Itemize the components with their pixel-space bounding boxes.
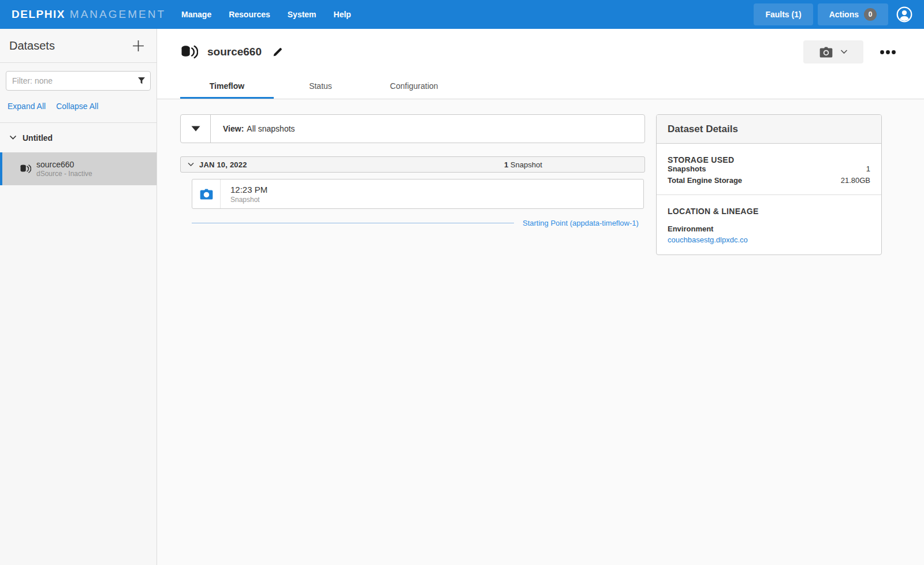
- nav-item-system[interactable]: System: [279, 0, 325, 29]
- edit-pencil-icon: [272, 47, 283, 58]
- details-column: Dataset Details STORAGE USED Snapshots 1…: [656, 114, 882, 255]
- page: DELPHIX MANAGEMENT Manage Resources Syst…: [0, 0, 924, 565]
- brand-primary: DELPHIX: [12, 8, 65, 21]
- view-dropdown[interactable]: View: All snapshots: [180, 114, 645, 143]
- detail-label: Total Engine Storage: [668, 176, 742, 185]
- body: Datasets Expand All Collapse All: [0, 29, 924, 565]
- detail-value: 1: [866, 164, 870, 173]
- actions-button[interactable]: Actions 0: [818, 3, 888, 25]
- chevron-down-icon: [188, 162, 194, 167]
- snapshot-group-header[interactable]: JAN 10, 2022 1 Snapshot: [180, 156, 645, 173]
- top-navbar: DELPHIX MANAGEMENT Manage Resources Syst…: [0, 0, 924, 29]
- view-text: View: All snapshots: [211, 115, 295, 143]
- snapshot-info: 12:23 PM Snapshot: [221, 179, 267, 208]
- environment-link[interactable]: couchbasestg.dlpxdc.co: [668, 235, 748, 244]
- sidebar-group-untitled[interactable]: Untitled: [0, 122, 157, 152]
- camera-icon: [819, 47, 833, 58]
- location-lineage-heading: LOCATION & LINEAGE: [668, 207, 870, 216]
- snapshot-type: Snapshot: [230, 196, 267, 204]
- edit-name-button[interactable]: [271, 46, 284, 59]
- sidebar-item-text: source660 dSource - Inactive: [36, 160, 92, 178]
- tabs: Timeflow Status Configuration: [180, 76, 901, 99]
- page-title: source660: [207, 46, 262, 58]
- dataset-details-title: Dataset Details: [657, 115, 881, 144]
- tab-status[interactable]: Status: [274, 76, 367, 99]
- header-actions: [803, 40, 901, 63]
- tab-timeflow[interactable]: Timeflow: [180, 76, 274, 99]
- datasets-sidebar: Datasets Expand All Collapse All: [0, 29, 157, 565]
- snapshot-group-date: JAN 10, 2022: [199, 160, 247, 169]
- starting-point-link[interactable]: Starting Point (appdata-timeflow-1): [523, 219, 639, 227]
- main-header: source660: [157, 29, 924, 99]
- dsource-icon: [180, 44, 198, 59]
- brand-secondary: MANAGEMENT: [70, 8, 166, 21]
- expand-all-link[interactable]: Expand All: [8, 102, 46, 111]
- timeline-line: [192, 223, 514, 223]
- top-nav: Manage Resources System Help: [173, 0, 360, 29]
- location-lineage-section: LOCATION & LINEAGE Environment couchbase…: [657, 194, 881, 255]
- dropdown-triangle-icon: [191, 126, 200, 132]
- filter-funnel-icon: [137, 77, 146, 85]
- user-avatar-button[interactable]: [896, 6, 912, 23]
- sidebar-header: Datasets: [0, 29, 157, 63]
- main-content: source660: [157, 29, 924, 565]
- actions-count-badge: 0: [864, 8, 877, 21]
- chevron-down-icon: [840, 50, 848, 54]
- dsource-icon: [20, 164, 31, 174]
- detail-row-total-storage: Total Engine Storage 21.80GB: [668, 176, 870, 185]
- detail-label: Snapshots: [668, 164, 706, 173]
- timeline-row: Starting Point (appdata-timeflow-1): [192, 219, 645, 227]
- topbar-right: Faults (1) Actions 0: [749, 3, 915, 25]
- view-value: All snapshots: [247, 124, 295, 133]
- environment-label: Environment: [668, 224, 870, 233]
- storage-used-section: STORAGE USED Snapshots 1 Total Engine St…: [657, 144, 881, 194]
- timeflow-column: View: All snapshots JAN 10, 2022 1 Snaps…: [180, 114, 645, 227]
- filter-input[interactable]: [6, 71, 151, 91]
- collapse-all-link[interactable]: Collapse All: [56, 102, 98, 111]
- view-dropdown-toggle[interactable]: [181, 115, 211, 143]
- detail-value: 21.80GB: [841, 176, 870, 185]
- sidebar-filter: [6, 71, 151, 91]
- tab-configuration[interactable]: Configuration: [367, 76, 461, 99]
- camera-icon: [200, 189, 213, 200]
- more-options-button[interactable]: [877, 47, 899, 57]
- snapshot-icon-cell: [192, 179, 221, 208]
- actions-button-label: Actions: [829, 10, 859, 19]
- snapshot-group-count: 1 Snapshot: [504, 160, 542, 169]
- storage-used-heading: STORAGE USED: [668, 155, 870, 164]
- sidebar-title: Datasets: [9, 39, 55, 53]
- view-label: View:: [223, 124, 244, 133]
- snapshot-row[interactable]: 12:23 PM Snapshot: [192, 179, 644, 209]
- faults-button[interactable]: Faults (1): [754, 3, 813, 25]
- nav-item-help[interactable]: Help: [325, 0, 360, 29]
- sidebar-item-source660[interactable]: source660 dSource - Inactive: [0, 152, 157, 185]
- dataset-details-panel: Dataset Details STORAGE USED Snapshots 1…: [656, 114, 882, 255]
- filter-button[interactable]: [137, 77, 146, 85]
- main-body: View: All snapshots JAN 10, 2022 1 Snaps…: [157, 99, 924, 255]
- snapshot-time: 12:23 PM: [230, 185, 267, 194]
- sidebar-item-status: dSource - Inactive: [36, 170, 92, 178]
- detail-row-snapshots: Snapshots 1: [668, 164, 870, 173]
- sidebar-group-label: Untitled: [23, 133, 53, 143]
- add-dataset-button[interactable]: [131, 38, 146, 54]
- chevron-down-icon: [9, 135, 17, 140]
- plus-icon: [132, 39, 145, 53]
- snapshot-count-suffix: Snapshot: [508, 160, 542, 169]
- ellipsis-icon: [880, 50, 896, 55]
- faults-button-label: Faults (1): [765, 10, 801, 19]
- sidebar-item-name: source660: [36, 160, 92, 170]
- main-title-row: source660: [180, 40, 901, 63]
- snapshot-camera-button[interactable]: [803, 40, 863, 63]
- sidebar-links: Expand All Collapse All: [8, 102, 151, 111]
- brand-logo: DELPHIX MANAGEMENT: [12, 8, 166, 21]
- nav-item-resources[interactable]: Resources: [220, 0, 279, 29]
- user-avatar-icon: [896, 6, 912, 23]
- tabs-strip: Timeflow Status Configuration: [157, 76, 924, 99]
- nav-item-manage[interactable]: Manage: [173, 0, 220, 29]
